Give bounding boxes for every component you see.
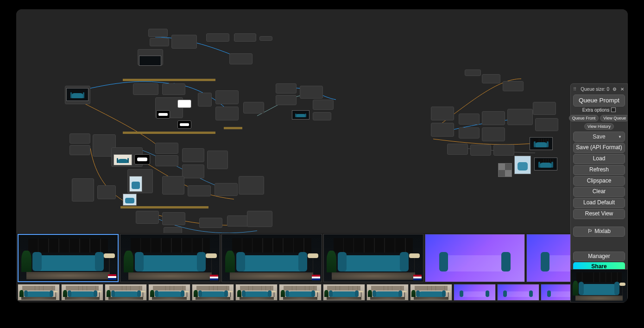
extra-options-row[interactable]: Extra options <box>573 107 625 113</box>
node[interactable] <box>276 83 297 94</box>
node[interactable] <box>155 155 178 166</box>
node[interactable] <box>503 81 524 91</box>
node[interactable] <box>162 212 185 225</box>
panel-header[interactable]: ⠿ Queue size: 0 ⚙ ✕ <box>573 86 625 94</box>
node[interactable] <box>459 127 480 139</box>
node[interactable] <box>313 112 331 120</box>
group-bar <box>123 132 215 134</box>
node[interactable] <box>493 145 514 156</box>
manager-button[interactable]: Manager <box>573 252 625 262</box>
chevron-down-icon: ▼ <box>618 135 622 139</box>
node[interactable] <box>69 133 90 144</box>
node-graph-canvas[interactable] <box>16 9 628 233</box>
thumbnail[interactable] <box>105 284 147 301</box>
node[interactable] <box>482 127 505 141</box>
node[interactable] <box>465 69 481 76</box>
node[interactable] <box>136 211 159 224</box>
output-preview <box>530 137 553 150</box>
queue-prompt-button[interactable]: Queue Prompt <box>573 95 625 107</box>
thumbnail[interactable] <box>120 234 220 282</box>
node-preview <box>129 176 142 192</box>
side-thumbnail[interactable] <box>570 269 628 303</box>
thumbnail[interactable] <box>221 234 322 282</box>
node[interactable] <box>313 100 334 110</box>
node[interactable] <box>215 107 239 120</box>
node[interactable] <box>150 38 169 46</box>
node[interactable] <box>482 111 505 125</box>
refresh-button[interactable]: Refresh <box>573 165 625 175</box>
node-preview <box>114 154 132 165</box>
gear-icon[interactable]: ⚙ <box>612 86 617 92</box>
view-queue-button[interactable]: View Queue <box>600 115 628 121</box>
node[interactable] <box>535 118 558 131</box>
node[interactable] <box>215 183 238 196</box>
node[interactable] <box>459 114 480 125</box>
thumbnail[interactable] <box>61 284 103 301</box>
node[interactable] <box>533 102 556 115</box>
node[interactable] <box>148 29 168 37</box>
node[interactable] <box>207 151 228 169</box>
thumbnail[interactable] <box>366 284 409 301</box>
node[interactable] <box>206 33 229 42</box>
node[interactable] <box>182 164 204 178</box>
thumbnail[interactable] <box>425 234 525 282</box>
node[interactable] <box>162 176 184 195</box>
thumbnail[interactable] <box>497 284 539 301</box>
node[interactable] <box>247 211 272 227</box>
clear-button[interactable]: Clear <box>573 187 625 197</box>
thumbnail[interactable] <box>279 284 321 301</box>
close-icon[interactable]: ✕ <box>619 86 625 92</box>
extra-options-checkbox[interactable] <box>611 107 616 112</box>
thumbnail[interactable] <box>18 234 119 282</box>
node[interactable] <box>470 145 491 156</box>
queue-front-button[interactable]: Queue Front <box>569 115 599 121</box>
app-window: ⠿ Queue size: 0 ⚙ ✕ Queue Prompt Extra o… <box>16 9 628 303</box>
node[interactable] <box>69 145 90 155</box>
node[interactable] <box>431 107 454 120</box>
node[interactable] <box>482 74 500 83</box>
node[interactable] <box>215 90 239 104</box>
node[interactable] <box>431 123 454 137</box>
node[interactable] <box>243 102 264 114</box>
thumbnail[interactable] <box>18 284 60 301</box>
drag-handle-icon[interactable]: ⠿ <box>573 87 577 92</box>
node[interactable] <box>447 144 468 155</box>
node[interactable] <box>229 53 253 64</box>
thumbnail-row <box>16 233 628 283</box>
load-button[interactable]: Load <box>573 154 625 164</box>
control-panel: ⠿ Queue size: 0 ⚙ ✕ Queue Prompt Extra o… <box>570 83 628 276</box>
node[interactable] <box>155 143 178 154</box>
thumbnail[interactable] <box>410 284 452 301</box>
node[interactable] <box>133 83 158 95</box>
node[interactable] <box>97 185 116 199</box>
thumbnail[interactable] <box>192 284 234 301</box>
save-select[interactable]: Save ▼ <box>573 132 625 142</box>
save-api-button[interactable]: Save (API Format) <box>573 143 625 153</box>
node[interactable] <box>239 176 264 195</box>
node[interactable] <box>259 36 272 41</box>
node[interactable] <box>162 83 185 95</box>
node[interactable] <box>188 185 211 196</box>
node[interactable] <box>182 148 204 162</box>
clipspace-button[interactable]: Clipspace <box>573 176 625 186</box>
node[interactable] <box>199 218 222 228</box>
thumbnail[interactable] <box>323 234 423 282</box>
reset-view-button[interactable]: Reset View <box>573 209 625 219</box>
node[interactable] <box>72 178 94 202</box>
node[interactable] <box>227 215 249 227</box>
group-bar <box>120 206 208 208</box>
node[interactable] <box>171 35 197 49</box>
thumbnail[interactable] <box>148 284 190 301</box>
view-history-button[interactable]: View History <box>584 123 614 130</box>
node[interactable] <box>507 109 533 125</box>
node[interactable] <box>300 86 323 99</box>
thumbnail[interactable] <box>235 284 278 301</box>
node[interactable] <box>198 93 212 107</box>
thumbnail[interactable] <box>454 284 496 301</box>
node-preview <box>66 88 88 101</box>
mixlab-button[interactable]: 🏳 Mixlab <box>573 227 625 237</box>
node[interactable] <box>234 33 256 42</box>
node[interactable] <box>276 95 297 105</box>
load-default-button[interactable]: Load Default <box>573 198 625 208</box>
thumbnail[interactable] <box>323 284 365 301</box>
